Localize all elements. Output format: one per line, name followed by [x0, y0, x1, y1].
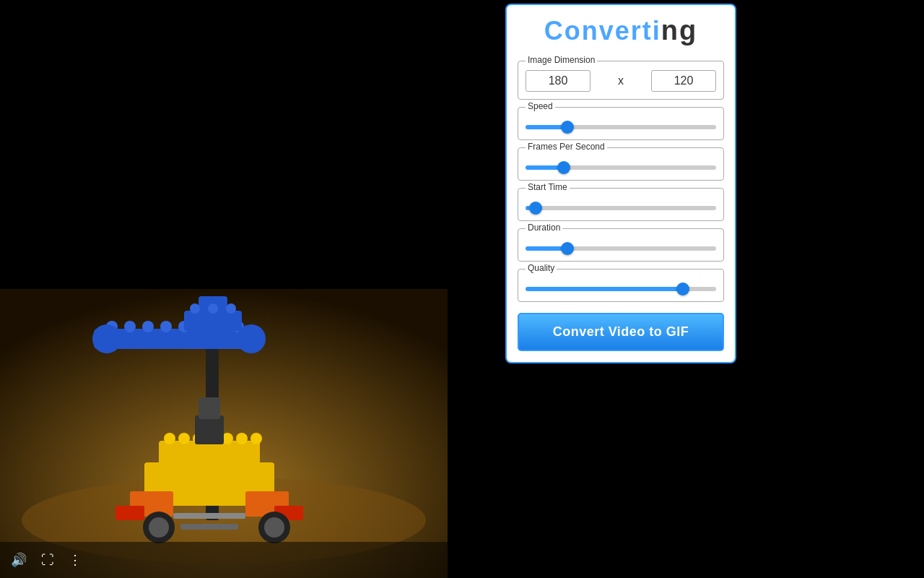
svg-point-14 — [190, 303, 200, 314]
speed-group: Speed — [518, 107, 724, 140]
svg-point-15 — [208, 303, 218, 314]
svg-point-27 — [250, 433, 262, 444]
duration-group: Duration — [518, 228, 724, 262]
start-time-label: Start Time — [526, 182, 570, 192]
lego-svg — [0, 289, 448, 578]
svg-point-7 — [160, 321, 172, 332]
svg-rect-13 — [199, 296, 227, 343]
title-main: Converti — [544, 16, 661, 46]
video-frame — [0, 289, 448, 578]
title-ng: ng — [661, 15, 697, 46]
speed-slider[interactable] — [526, 125, 716, 129]
svg-point-5 — [124, 321, 136, 332]
height-input[interactable] — [651, 70, 716, 92]
speed-label: Speed — [526, 101, 555, 111]
svg-rect-33 — [199, 397, 220, 419]
fullscreen-icon[interactable]: ⛶ — [41, 553, 54, 568]
svg-point-21 — [164, 433, 175, 444]
svg-point-6 — [142, 321, 154, 332]
panel-title: Converting — [518, 16, 724, 46]
fps-group: Frames Per Second — [518, 147, 724, 181]
convert-button[interactable]: Convert Video to GIF — [518, 313, 724, 351]
svg-rect-39 — [180, 524, 238, 530]
menu-icon[interactable]: ⋮ — [69, 552, 82, 568]
fps-slider[interactable] — [526, 165, 716, 170]
svg-rect-30 — [116, 506, 144, 520]
svg-rect-32 — [195, 415, 224, 444]
start-time-slider[interactable] — [526, 206, 716, 210]
quality-group: Quality — [518, 269, 724, 302]
volume-icon[interactable]: 🔊 — [11, 552, 27, 568]
duration-slider[interactable] — [526, 246, 716, 251]
duration-slider-container — [526, 241, 716, 254]
svg-point-37 — [264, 517, 284, 538]
speed-slider-container — [526, 119, 716, 132]
conversion-panel: Converting Image Dimension x Speed Frame… — [505, 4, 736, 363]
fps-label: Frames Per Second — [526, 142, 607, 152]
svg-point-35 — [149, 517, 169, 538]
start-time-slider-container — [526, 200, 716, 213]
dimension-separator: x — [596, 74, 645, 87]
quality-slider-container — [526, 281, 716, 294]
fps-slider-container — [526, 160, 716, 173]
svg-point-22 — [178, 433, 190, 444]
width-input[interactable] — [526, 70, 590, 92]
svg-rect-38 — [173, 513, 245, 519]
svg-point-18 — [237, 324, 266, 353]
svg-point-17 — [92, 324, 121, 353]
quality-label: Quality — [526, 263, 557, 273]
svg-rect-20 — [159, 441, 260, 470]
svg-point-16 — [226, 303, 236, 314]
image-dimension-group: Image Dimension x — [518, 61, 724, 100]
quality-slider[interactable] — [526, 287, 716, 291]
start-time-group: Start Time — [518, 188, 724, 221]
duration-label: Duration — [526, 223, 562, 233]
dimension-row: x — [526, 70, 716, 92]
video-controls-bar: 🔊 ⛶ ⋮ — [0, 542, 448, 578]
video-area: 🔊 ⛶ ⋮ — [0, 0, 448, 578]
svg-point-26 — [236, 433, 248, 444]
image-dimension-label: Image Dimension — [526, 55, 597, 65]
